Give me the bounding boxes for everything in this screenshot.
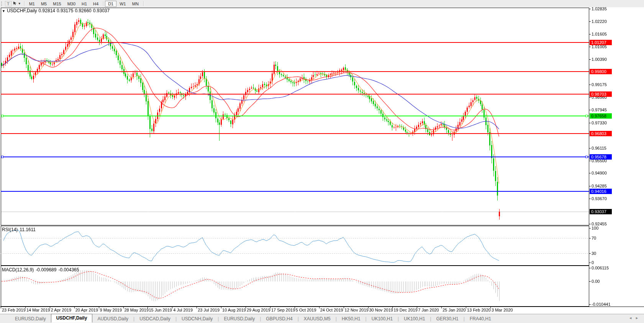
date-axis-label: 14 Mar 2019: [26, 308, 50, 312]
date-axis-label: 23 Jul 2019: [198, 308, 220, 312]
date-axis-label: 2 Apr 2019: [51, 308, 71, 312]
macd-axis-label: 0.00: [592, 279, 600, 284]
date-axis-label: 4 Jul 2019: [173, 308, 193, 312]
chart-open: 0.92814: [39, 8, 55, 13]
price-axis-tick-label: 0.97330: [592, 120, 607, 126]
price-axis-tick-label: 0.94900: [592, 170, 607, 176]
macd-panel: [0, 266, 644, 307]
chart-symbol: USDCHF,Daily: [7, 8, 37, 13]
price-axis-tick-label: 0.99175: [592, 82, 607, 87]
chart-tab-xauusd-m5[interactable]: XAUUSD,M5: [299, 315, 336, 323]
rsi-indicator-label: RSI(14)11.1611: [2, 227, 38, 232]
price-axis-tick-label: 1.00390: [592, 57, 607, 62]
macd-value: -0.009689: [36, 267, 56, 272]
date-axis-label: 25 Jan 2020: [442, 308, 466, 312]
macd-axis-label: -0.010441: [592, 302, 611, 307]
chart-tab-gbpusd-h4[interactable]: GBPUSD,H4: [261, 315, 297, 323]
chart-high: 0.93175: [57, 8, 73, 13]
price-line-label: 1.01207: [590, 40, 612, 45]
price-axis-tick-label: 1.01605: [592, 31, 607, 37]
date-axis-label: 15 Jun 2019: [149, 308, 172, 312]
timeframe-button-mn[interactable]: MN: [129, 1, 142, 7]
main-chart-canvas[interactable]: [0, 7, 644, 226]
chart-tab-ger30-h1[interactable]: GER30,H1: [431, 315, 464, 323]
price-axis-tick-label: 0.93670: [592, 196, 607, 201]
timeframe-button-m30[interactable]: M30: [64, 1, 79, 7]
date-axis-label: 7 Jan 2020: [418, 308, 439, 312]
timeframe-button-m1[interactable]: M1: [26, 1, 38, 7]
macd-signal-value: -0.004365: [58, 267, 79, 272]
price-line-label: 0.99800: [590, 69, 612, 74]
rsi-axis-label: 70: [592, 235, 596, 241]
toolbar-separator: [24, 1, 25, 6]
text-tool-icon[interactable]: T: [5, 1, 11, 7]
collapse-triangle-icon[interactable]: ▼: [2, 9, 5, 13]
toolbar-grip[interactable]: [1, 2, 3, 6]
timeframe-button-m15[interactable]: M15: [50, 1, 64, 7]
toolbar-separator: [143, 1, 144, 6]
price-line-label: 0.98703: [590, 91, 612, 97]
dropdown-caret-icon: ▼: [18, 2, 21, 5]
price-line-label: 0.97658: [590, 113, 612, 119]
chart-tab-fra40-h1[interactable]: FRA40,H1: [465, 315, 496, 323]
date-axis-label: 24 Oct 2019: [320, 308, 343, 312]
price-axis-tick-label: 1.02835: [592, 6, 607, 11]
rsi-axis-label: 0: [592, 260, 594, 265]
price-line-label: 0.96803: [590, 131, 612, 136]
date-axis-label: 19 Dec 2019: [393, 308, 417, 312]
date-axis-label: 30 Nov 2019: [369, 308, 393, 312]
chart-low: 0.92660: [75, 8, 91, 13]
price-line-label: 0.95678: [590, 154, 612, 160]
date-axis-label: 20 Apr 2019: [75, 308, 98, 312]
date-axis-label: 17 Sep 2019: [271, 308, 295, 312]
date-axis-label: 9 May 2019: [100, 308, 122, 312]
cursor-tool-button[interactable]: ▼: [11, 1, 23, 7]
date-axis-label: 12 Nov 2019: [345, 308, 369, 312]
tab-scroll-left-icon: ◄: [629, 316, 635, 320]
date-axis-label: 3 Mar 2020: [492, 308, 513, 312]
tab-scroll-arrows[interactable]: ◄►: [629, 316, 642, 320]
rsi-axis-label: 30: [592, 251, 596, 256]
timeframe-button-h4[interactable]: H4: [90, 1, 102, 7]
price-axis-tick-label: 0.94285: [592, 183, 607, 189]
timeframe-button-h1[interactable]: H1: [79, 1, 90, 7]
date-axis-label: 5 Oct 2019: [296, 308, 316, 312]
rsi-canvas[interactable]: [0, 226, 644, 266]
date-axis-label: 29 Aug 2019: [247, 308, 270, 312]
macd-indicator-label: MACD(12,26,9)-0.009689-0.004365: [2, 267, 81, 272]
date-axis-label: 23 Feb 2019: [2, 308, 26, 312]
price-axis-tick-label: 0.96115: [592, 145, 606, 151]
macd-axis-label: 0.006115: [592, 265, 609, 271]
tab-scroll-right-icon: ►: [635, 316, 642, 320]
price-axis-tick-label: 0.97945: [592, 107, 607, 113]
cursor-tool-icon: [13, 1, 17, 6]
chart-tab-eurusd-daily[interactable]: EURUSD,Daily: [219, 315, 260, 323]
chart-close: 0.93037: [93, 8, 110, 13]
top-toolbar: T ▼ M1M5M15M30H1H4 D1W1MN: [0, 0, 644, 8]
price-line-label: 0.94016: [590, 189, 612, 194]
toolbar-separator: [103, 1, 103, 6]
date-axis-label: 10 Aug 2019: [222, 308, 246, 312]
timeframe-button-d1[interactable]: D1: [105, 1, 116, 7]
current-price-label: 0.93037: [590, 209, 612, 214]
chart-tab-uk100-h1[interactable]: UK100,H1: [399, 315, 430, 323]
timeframe-button-w1[interactable]: W1: [116, 1, 129, 7]
chart-title: ▼USDCHF,Daily0.928140.931750.926600.9303…: [2, 8, 111, 13]
chart-tab-eurusd-daily[interactable]: EURUSD,Daily: [10, 315, 51, 323]
chart-tab-usdcnh-daily[interactable]: USDCNH,Daily: [177, 315, 218, 323]
chart-tab-uk100-h1[interactable]: UK100,H1: [367, 315, 398, 323]
chart-tab-usdchf-daily[interactable]: USDCHF,Daily: [51, 314, 93, 323]
chart-tab-hk50-h1[interactable]: HK50,H1: [337, 315, 365, 323]
date-axis-label: 28 May 2019: [125, 308, 149, 312]
rsi-name: RSI(14): [2, 227, 18, 232]
macd-name: MACD(12,26,9): [2, 267, 34, 272]
rsi-panel: [0, 226, 644, 266]
chart-tab-usdcad-daily[interactable]: USDCAD,Daily: [134, 315, 175, 323]
timeframe-button-m5[interactable]: M5: [38, 1, 50, 7]
rsi-value: 11.1611: [20, 227, 36, 232]
rsi-axis-label: 100: [592, 225, 598, 231]
price-axis-tick-label: 1.02220: [592, 19, 607, 24]
macd-canvas[interactable]: [0, 266, 644, 307]
date-axis-label: 13 Feb 2020: [467, 308, 491, 312]
chart-tab-audusd-daily[interactable]: AUDUSD,Daily: [92, 315, 133, 323]
